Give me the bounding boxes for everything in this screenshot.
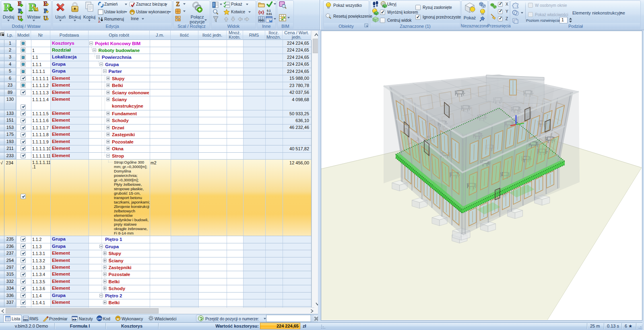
svg-text:0.01: 0.01 — [266, 12, 272, 15]
svg-text:RMS: RMS — [23, 319, 29, 321]
svg-text:CPV: CPV — [97, 318, 102, 320]
svg-text:{x}: {x} — [258, 10, 264, 15]
svg-text:0.1: 0.1 — [267, 9, 271, 12]
svg-text:2.: 2. — [98, 20, 101, 23]
svg-text:RMS: RMS — [258, 19, 264, 22]
svg-text:▶▶: ▶▶ — [72, 318, 77, 321]
svg-text:Z: Z — [176, 1, 180, 7]
